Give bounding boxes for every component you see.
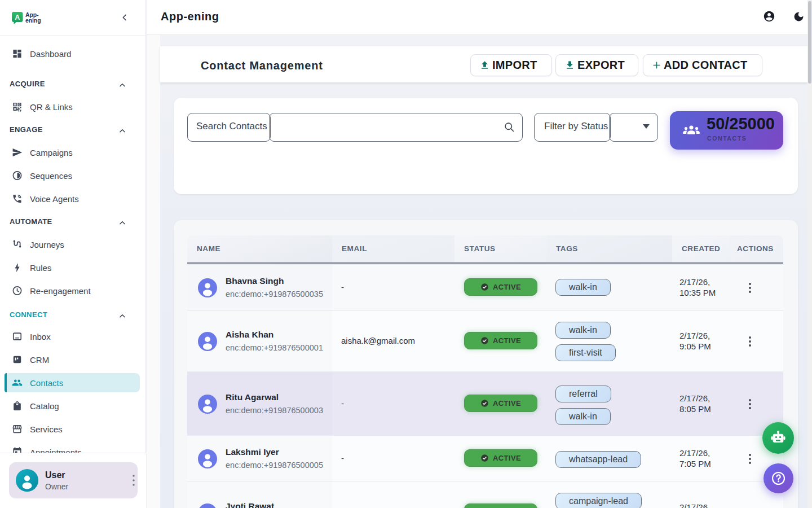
svg-text:A: A <box>15 14 20 21</box>
